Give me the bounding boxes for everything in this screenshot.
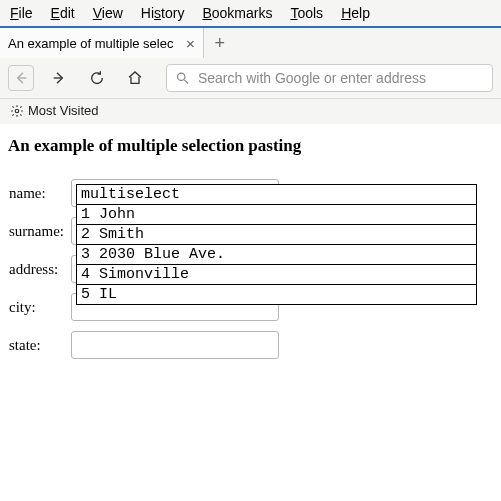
url-bar[interactable] [166, 64, 493, 92]
menu-bookmarks[interactable]: Bookmarks [202, 5, 272, 21]
svg-point-2 [177, 73, 184, 80]
home-icon [127, 70, 143, 86]
popup-row[interactable]: 4 Simonville [77, 264, 476, 284]
label-city: city: [8, 292, 70, 322]
menu-file[interactable]: File [10, 5, 33, 21]
reload-button[interactable] [84, 65, 110, 91]
page-content: An example of multiple selection pasting… [0, 124, 501, 376]
svg-line-3 [184, 80, 188, 84]
new-tab-button[interactable]: + [204, 28, 236, 58]
popup-row[interactable]: 2 Smith [77, 224, 476, 244]
label-name: name: [8, 178, 70, 208]
menu-history[interactable]: History [141, 5, 185, 21]
popup-row[interactable]: 1 John [77, 204, 476, 224]
toolbar [0, 58, 501, 99]
tab-active[interactable]: An example of multiple selec × [0, 28, 204, 58]
most-visited-button[interactable]: Most Visited [10, 103, 99, 118]
svg-point-4 [15, 109, 19, 113]
popup-header: multiselect [77, 185, 476, 204]
search-icon [175, 70, 190, 86]
menu-help[interactable]: Help [341, 5, 370, 21]
most-visited-label: Most Visited [28, 103, 99, 118]
menubar: File Edit View History Bookmarks Tools H… [0, 0, 501, 26]
plus-icon: + [215, 33, 226, 54]
reload-icon [89, 70, 105, 86]
tab-strip: An example of multiple selec × + [0, 26, 501, 58]
label-surname: surname: [8, 216, 70, 246]
tab-title: An example of multiple selec [8, 36, 178, 51]
arrow-left-icon [13, 70, 29, 86]
bookmarks-toolbar: Most Visited [0, 99, 501, 124]
home-button[interactable] [122, 65, 148, 91]
gear-icon [10, 104, 24, 118]
page-heading: An example of multiple selection pasting [8, 136, 493, 156]
input-state[interactable] [71, 331, 279, 359]
popup-row[interactable]: 5 IL [77, 284, 476, 304]
menu-edit[interactable]: Edit [51, 5, 75, 21]
menu-view[interactable]: View [93, 5, 123, 21]
label-address: address: [8, 254, 70, 284]
back-button[interactable] [8, 65, 34, 91]
arrow-right-icon [51, 70, 67, 86]
label-state: state: [8, 330, 70, 360]
close-icon[interactable]: × [186, 36, 195, 51]
forward-button[interactable] [46, 65, 72, 91]
popup-row[interactable]: 3 2030 Blue Ave. [77, 244, 476, 264]
url-input[interactable] [196, 69, 484, 87]
multiselect-popup: multiselect 1 John 2 Smith 3 2030 Blue A… [76, 184, 477, 305]
menu-tools[interactable]: Tools [290, 5, 323, 21]
